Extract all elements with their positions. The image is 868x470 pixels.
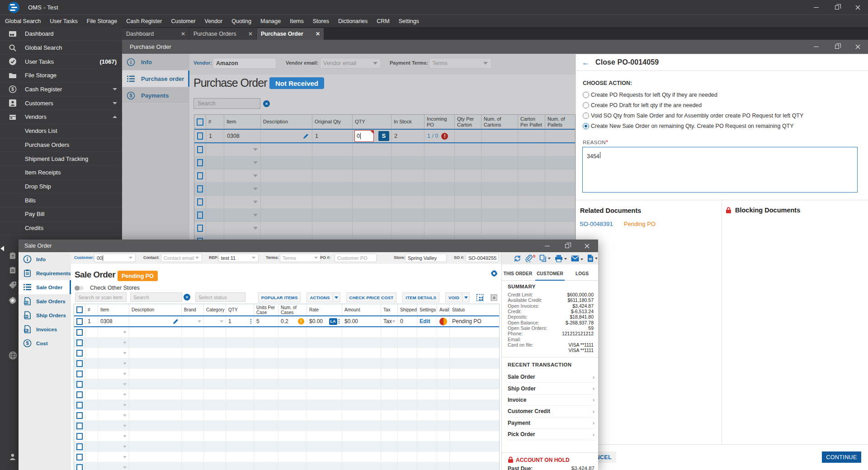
so-empty-table-row[interactable] <box>74 358 499 369</box>
document-tab[interactable]: Dashboard ✕ <box>122 28 189 40</box>
drag-dots-icon[interactable] <box>250 319 252 324</box>
so-nav-item[interactable]: Sale Order <box>19 280 71 294</box>
row-checkbox[interactable] <box>76 381 83 388</box>
sidebar-item[interactable]: $ Cash Register <box>0 83 122 97</box>
so-nav-item[interactable]: $ Cost <box>19 336 71 350</box>
so-col-header[interactable]: QTY <box>226 304 254 315</box>
dropdown-icon[interactable] <box>198 320 201 323</box>
dropdown-icon[interactable] <box>253 201 258 203</box>
so-row-item[interactable]: 0308 <box>98 316 129 326</box>
so-row-tax[interactable]: Tax <box>383 318 392 324</box>
po-empty-table-row[interactable] <box>194 196 575 209</box>
la-badge[interactable]: LA <box>329 318 337 325</box>
so-empty-table-row[interactable] <box>74 348 499 358</box>
sidebar-item[interactable]: Purchase Orders <box>0 138 122 152</box>
customer-input[interactable]: 00 <box>94 254 136 262</box>
dropdown-icon[interactable] <box>253 188 258 190</box>
menu-item[interactable]: Quoting <box>227 15 256 27</box>
recent-transaction-item[interactable]: Payment › <box>508 418 594 429</box>
payment-terms-select[interactable]: Terms <box>429 58 491 69</box>
document-tab[interactable]: Purchase Order ✕ <box>257 28 324 40</box>
dropdown-icon[interactable] <box>123 352 127 354</box>
so-empty-table-row[interactable] <box>74 390 499 400</box>
document-tab[interactable]: Purchase Orders ✕ <box>189 28 256 40</box>
so-col-header[interactable]: Num. of Cases <box>278 304 307 315</box>
copy-icon[interactable] <box>539 254 551 262</box>
po-col-header[interactable]: Qty Per Carton <box>455 115 481 129</box>
so-table-row[interactable]: 1 0308 1 5 0.2! $0.00LA $0.00 Tax 0 Edit… <box>74 316 499 327</box>
close-icon[interactable] <box>847 40 868 54</box>
po-nav-item[interactable]: Purchase order <box>122 70 189 87</box>
po-empty-table-row[interactable] <box>194 209 575 222</box>
row-checkbox[interactable] <box>76 402 83 409</box>
so-row-qty[interactable]: 1 <box>228 318 231 324</box>
dropdown-icon[interactable] <box>123 383 127 385</box>
rep-select[interactable]: test 11 <box>218 254 259 262</box>
row-checkbox[interactable] <box>197 225 203 232</box>
select-all-checkbox[interactable] <box>76 306 83 313</box>
dropdown-icon[interactable] <box>123 394 127 396</box>
back-arrow-icon[interactable]: ← <box>582 59 590 66</box>
po-col-header[interactable]: QTY <box>353 115 392 129</box>
so-col-header[interactable]: Description <box>129 304 182 315</box>
restore-icon[interactable] <box>826 40 847 54</box>
so-empty-table-row[interactable] <box>74 421 499 431</box>
terms-select[interactable]: Terms <box>280 254 321 262</box>
dropdown-icon[interactable] <box>123 466 127 469</box>
actions-button[interactable]: ACTIONS <box>307 292 332 302</box>
menu-item[interactable]: Vendor <box>200 15 227 27</box>
sidebar-item[interactable]: Customers <box>0 96 122 110</box>
reason-textarea[interactable]: 3454 <box>582 147 858 193</box>
so-number-input[interactable]: SO-0049255 <box>466 254 499 262</box>
sidebar-item[interactable]: File Storage <box>0 69 122 83</box>
row-checkbox[interactable] <box>76 318 83 325</box>
row-checkbox[interactable] <box>197 132 203 140</box>
po-col-header[interactable]: Carton Per Pallet <box>518 115 545 129</box>
menu-item[interactable]: Manage <box>256 15 285 27</box>
menu-item[interactable]: User Tasks <box>45 15 82 27</box>
po-number-input[interactable]: Customer PO <box>335 254 377 262</box>
dropdown-icon[interactable] <box>253 227 258 230</box>
so-col-header[interactable]: Amount <box>342 304 381 315</box>
sidebar-item[interactable]: Dashboard <box>0 27 122 41</box>
void-button[interactable]: VOID <box>445 292 462 302</box>
menu-item[interactable]: Stores <box>308 15 334 27</box>
edit-pencil-icon[interactable] <box>172 318 179 325</box>
popular-items-button[interactable]: POPULAR ITEMS <box>258 292 301 302</box>
attachment-icon[interactable]: 0 <box>525 254 535 262</box>
menu-item[interactable]: Items <box>285 15 308 27</box>
so-col-header[interactable]: Rate <box>307 304 342 315</box>
so-nav-item[interactable]: SH Ship Orders <box>19 308 71 322</box>
right-panel-tab[interactable]: LOGS <box>566 267 598 280</box>
po-col-header[interactable]: # <box>206 115 224 129</box>
so-col-header[interactable]: Brand <box>182 304 204 315</box>
dropdown-icon[interactable] <box>123 342 127 344</box>
po-empty-table-row[interactable] <box>194 143 575 156</box>
dropdown-icon[interactable] <box>253 214 258 216</box>
menu-item[interactable]: File Storage <box>82 15 122 27</box>
recent-transaction-item[interactable]: Ship Order › <box>508 383 594 394</box>
recent-transaction-item[interactable]: Customer Credit › <box>508 406 594 417</box>
row-checkbox[interactable] <box>197 198 203 206</box>
dropdown-icon[interactable] <box>123 425 127 427</box>
dropdown-icon[interactable] <box>123 456 127 458</box>
scan-item-select[interactable]: Search or scan item <box>75 292 127 302</box>
po-col-header[interactable]: Item <box>224 115 261 129</box>
so-col-header[interactable]: Status <box>450 304 499 315</box>
menu-item[interactable]: Customer <box>166 15 200 27</box>
radio-icon[interactable] <box>583 102 589 108</box>
action-radio-option[interactable]: Void SO Qty from Sale Order and for Asse… <box>583 113 803 119</box>
so-col-header[interactable]: Settings <box>417 304 437 315</box>
globe-icon[interactable] <box>9 351 17 359</box>
row-checkbox[interactable] <box>76 360 83 367</box>
tab-close-icon[interactable]: ✕ <box>316 31 320 37</box>
po-nav-item[interactable]: $ Payments <box>122 87 189 104</box>
row-checkbox[interactable] <box>76 371 83 377</box>
row-checkbox[interactable] <box>76 329 83 336</box>
search-clear-icon[interactable]: ✕ <box>184 294 190 301</box>
tab-close-icon[interactable]: ✕ <box>181 31 185 37</box>
so-nav-item[interactable]: SO Sale Orders <box>19 294 71 308</box>
restore-icon[interactable] <box>557 240 577 252</box>
sidebar-item[interactable]: Item Receipts <box>0 166 122 180</box>
edit-link[interactable]: Edit <box>420 318 430 324</box>
